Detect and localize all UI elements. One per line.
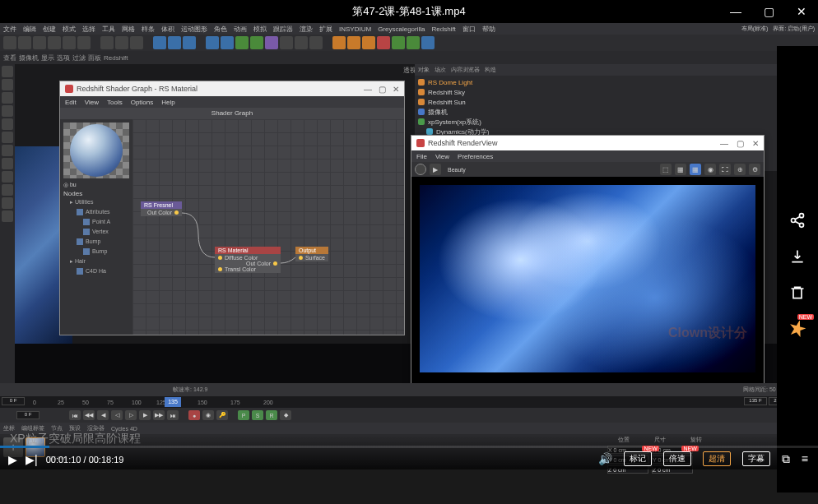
tool-yaxis-icon[interactable] bbox=[115, 36, 128, 49]
menu-edit[interactable]: 编辑 bbox=[23, 25, 36, 34]
render-menu-file[interactable]: File bbox=[416, 153, 427, 160]
palette-icon[interactable] bbox=[2, 105, 13, 117]
renderview-window[interactable]: Redshift RenderView — ▢ ✕ File View Pref… bbox=[411, 135, 765, 413]
prev-frame-icon[interactable]: ◀ bbox=[97, 410, 109, 420]
play-backward-icon[interactable]: ◁ bbox=[111, 410, 123, 420]
play-forward-icon[interactable]: ▷ bbox=[125, 410, 137, 420]
tool-render-icon[interactable] bbox=[153, 36, 166, 49]
tool-cube-icon[interactable] bbox=[206, 36, 219, 49]
vp-panel[interactable]: 面板 bbox=[88, 53, 101, 62]
obj-item[interactable]: 摄像机 bbox=[418, 107, 815, 117]
tool-scale-icon[interactable] bbox=[63, 36, 76, 49]
menu-mesh[interactable]: 网格 bbox=[122, 25, 135, 34]
shader-minimize-icon[interactable]: — bbox=[364, 85, 372, 94]
menu-volume[interactable]: 体积 bbox=[161, 25, 174, 34]
next-key-icon[interactable]: ▶▶ bbox=[153, 410, 165, 420]
prev-key-icon[interactable]: ◀◀ bbox=[83, 410, 95, 420]
tool-undo-icon[interactable] bbox=[3, 36, 16, 49]
rot-key-icon[interactable]: R bbox=[266, 410, 277, 420]
current-frame[interactable]: 135 bbox=[165, 397, 181, 407]
timeline-track[interactable]: 0 F 0 25 50 75 100 125 135 150 175 200 1… bbox=[0, 396, 818, 408]
shader-titlebar[interactable]: Redshift Shader Graph - RS Material — ▢ … bbox=[60, 81, 404, 96]
tool-select-icon[interactable] bbox=[33, 36, 46, 49]
render-viewport[interactable]: Clown设计分 Frame 135: 2021-08-04 17:59:05 … bbox=[411, 177, 764, 397]
tag-mark[interactable]: NEW标记 bbox=[624, 451, 652, 466]
menu-gsg[interactable]: Greyscalegorilla bbox=[378, 25, 425, 33]
tab-takes[interactable]: 场次 bbox=[435, 66, 446, 74]
minimize-button[interactable]: — bbox=[719, 0, 752, 23]
menu-tools[interactable]: 工具 bbox=[102, 25, 115, 34]
tree-vertex[interactable]: Vertex bbox=[63, 227, 129, 237]
shader-canvas[interactable]: RS Fresnel Out Color RS Material Diffuse… bbox=[132, 119, 404, 335]
menu-mode[interactable]: 模式 bbox=[63, 25, 76, 34]
grid-icon[interactable]: ▦ bbox=[690, 164, 701, 175]
tool-generator-icon[interactable] bbox=[250, 36, 263, 49]
tool-rendersettings-icon[interactable] bbox=[183, 36, 196, 49]
node-material[interactable]: RS Material Diffuse Color Out Color Tran… bbox=[215, 247, 281, 273]
palette-icon[interactable] bbox=[2, 92, 13, 104]
tool-deformer-icon[interactable] bbox=[265, 36, 278, 49]
palette-icon[interactable] bbox=[2, 158, 13, 169]
tool-xp2-icon[interactable] bbox=[347, 36, 360, 49]
render-menu-view[interactable]: View bbox=[435, 153, 449, 160]
autokey-icon[interactable]: ◉ bbox=[202, 410, 214, 420]
menu-redshift[interactable]: Redshift bbox=[431, 25, 455, 33]
palette-icon[interactable] bbox=[2, 197, 13, 209]
palette-icon[interactable] bbox=[2, 210, 13, 222]
node-fresnel[interactable]: RS Fresnel Out Color bbox=[141, 201, 182, 216]
render-close-icon[interactable]: ✕ bbox=[752, 139, 759, 148]
settings-icon[interactable]: ⚙ bbox=[749, 164, 760, 175]
tab-structure[interactable]: 构造 bbox=[485, 66, 496, 74]
menu-render[interactable]: 渲染 bbox=[300, 25, 313, 34]
tool-light-icon[interactable] bbox=[309, 36, 323, 49]
render-maximize-icon[interactable]: ▢ bbox=[737, 139, 744, 148]
aov-select[interactable]: Beauty bbox=[444, 167, 469, 173]
palette-icon[interactable] bbox=[2, 184, 13, 196]
menu-animate[interactable]: 动画 bbox=[234, 25, 247, 34]
menu-insydium[interactable]: INSYDIUM bbox=[339, 25, 371, 33]
menu-select[interactable]: 选择 bbox=[82, 25, 95, 34]
obj-item[interactable]: xpSystem(xp系统) bbox=[418, 117, 815, 127]
vp-camera[interactable]: 摄像机 bbox=[19, 53, 39, 62]
maximize-button[interactable]: ▢ bbox=[752, 0, 785, 23]
tab-cycles[interactable]: Cycles 4D bbox=[111, 426, 137, 432]
menu-window[interactable]: 窗口 bbox=[462, 25, 476, 34]
palette-icon[interactable] bbox=[2, 118, 13, 130]
vp-display[interactable]: 显示 bbox=[41, 53, 54, 62]
pos-key-icon[interactable]: P bbox=[238, 410, 249, 420]
key-icon[interactable]: 🔑 bbox=[216, 410, 228, 420]
crop-icon[interactable]: ⬚ bbox=[660, 164, 672, 175]
tab-browser[interactable]: 内容浏览器 bbox=[451, 66, 480, 74]
goto-end-icon[interactable]: ⏭ bbox=[167, 410, 179, 420]
tree-utilities[interactable]: ▸ Utilities bbox=[63, 197, 129, 207]
menu-file[interactable]: 文件 bbox=[3, 25, 16, 34]
palette-icon[interactable] bbox=[2, 79, 13, 90]
shader-menu-options[interactable]: Options bbox=[131, 99, 154, 106]
tool-xp4-icon[interactable] bbox=[377, 36, 390, 49]
menu-mograph[interactable]: 运动图形 bbox=[181, 25, 207, 34]
snapshot-icon[interactable]: ◉ bbox=[704, 164, 716, 175]
obj-item[interactable]: RS Dome Light bbox=[418, 77, 815, 87]
record-icon[interactable]: ● bbox=[188, 410, 200, 420]
palette-icon[interactable] bbox=[2, 66, 13, 77]
tag-speed[interactable]: NEW倍速 bbox=[663, 451, 691, 466]
shader-graph-window[interactable]: Redshift Shader Graph - RS Material — ▢ … bbox=[59, 81, 405, 335]
bucket-icon[interactable]: ▦ bbox=[675, 164, 686, 175]
search-text[interactable]: bu bbox=[70, 182, 77, 187]
tree-bump[interactable]: Bump bbox=[63, 237, 129, 247]
fit-icon[interactable]: ⛶ bbox=[719, 164, 731, 175]
menu-spline[interactable]: 样条 bbox=[142, 25, 155, 34]
shader-menu-tools[interactable]: Tools bbox=[107, 99, 123, 106]
tool-environment-icon[interactable] bbox=[280, 36, 293, 49]
menu-tracker[interactable]: 跟踪器 bbox=[273, 25, 293, 34]
scale-key-icon[interactable]: S bbox=[252, 410, 263, 420]
menu-simulate[interactable]: 模拟 bbox=[253, 25, 267, 34]
tool-xaxis-icon[interactable] bbox=[100, 36, 114, 49]
tree-c4d[interactable]: C4D Ha bbox=[63, 266, 129, 276]
next-button[interactable]: ▶| bbox=[26, 453, 38, 466]
c4d-menubar[interactable]: 文件 编辑 创建 模式 选择 工具 网格 样条 体积 运动图形 角色 动画 模拟… bbox=[0, 23, 818, 35]
pin-icon[interactable]: NEW bbox=[788, 319, 807, 339]
volume-icon[interactable]: 🔊 bbox=[598, 452, 612, 465]
tool-xp3-icon[interactable] bbox=[362, 36, 375, 49]
tool-nurbs-icon[interactable] bbox=[235, 36, 249, 49]
